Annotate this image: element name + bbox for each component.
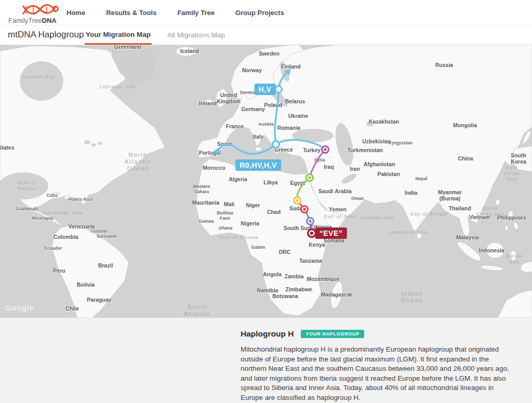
migration-arrowhead — [214, 147, 220, 154]
your-haplogroup-badge: YOUR HAPLOGROUP — [301, 330, 364, 338]
logo-text: FamilyTreeDNA — [8, 17, 57, 24]
migration-segment — [277, 140, 324, 149]
subnav-bar: mtDNA Haplogroup Your Migration MapAll M… — [0, 25, 532, 45]
subnav-tabs: Your Migration MapAll Migrations Map — [85, 25, 226, 45]
haplogroup-description: Mitochondrial haplogroup H is a predomin… — [241, 345, 516, 403]
migration-segment — [218, 144, 275, 154]
migration-segment — [275, 90, 278, 143]
migration-map[interactable]: GreenlandHudson BayLabrador SeaUnited St… — [0, 45, 532, 318]
migration-node-dot — [309, 220, 311, 222]
nav-item-results-tools[interactable]: Results & Tools — [106, 9, 156, 17]
tab-your-migration-map[interactable]: Your Migration Map — [85, 25, 152, 45]
page-title: mtDNA Haplogroup — [8, 30, 84, 40]
nav-item-home[interactable]: Home — [66, 9, 85, 17]
main-nav: HomeResults & ToolsFamily TreeGroup Proj… — [66, 0, 284, 25]
migration-segment — [310, 151, 324, 177]
migration-node-greece[interactable] — [273, 141, 280, 148]
google-watermark[interactable]: Google — [5, 303, 34, 312]
migration-node-baltic[interactable] — [275, 86, 282, 93]
top-header: FamilyTreeDNA HomeResults & ToolsFamily … — [0, 0, 532, 25]
migration-node-dot — [303, 208, 305, 210]
familytreedna-logo[interactable]: FamilyTreeDNA — [7, 2, 64, 24]
haplogroup-title: Haplogroup H — [241, 329, 294, 339]
migration-node-dot — [296, 199, 298, 202]
info-panel: Haplogroup HYOUR HAPLOGROUP Mitochondria… — [0, 318, 532, 403]
migration-node-dot — [324, 148, 326, 151]
nav-item-family-tree[interactable]: Family Tree — [177, 9, 215, 17]
migration-path-overlay — [0, 45, 532, 318]
migration-node-dot — [308, 176, 311, 179]
migration-node-dot — [310, 232, 313, 235]
tab-all-migrations-map[interactable]: All Migrations Map — [166, 25, 226, 45]
dna-helix-icon — [22, 3, 59, 16]
nav-item-group-projects[interactable]: Group Projects — [235, 9, 284, 17]
